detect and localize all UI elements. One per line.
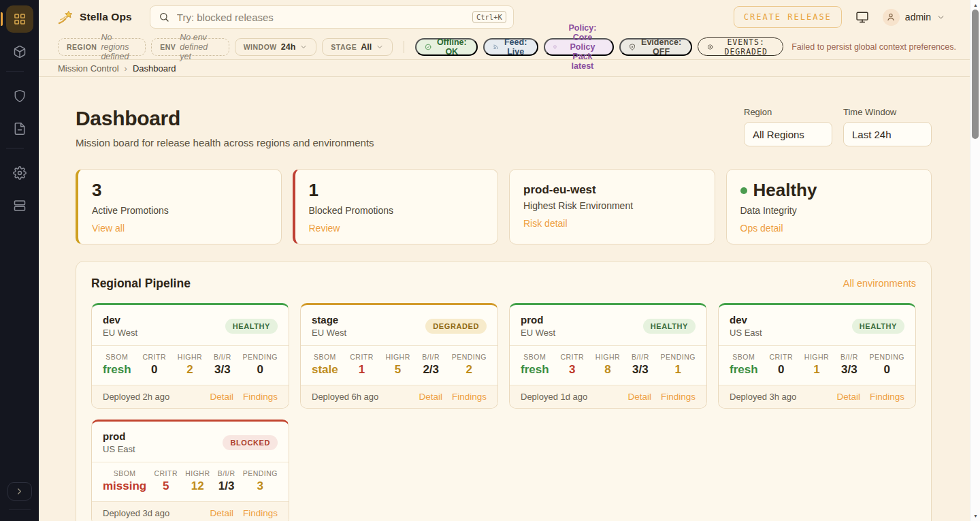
review-link[interactable]: Review	[309, 223, 340, 234]
stat-card-highest-risk: prod-eu-west Highest Risk Environment Ri…	[509, 169, 715, 244]
sidebar-item-releases[interactable]	[6, 38, 33, 65]
detail-link[interactable]: Detail	[419, 392, 442, 402]
pipeline-stats: SBOMstaleCRITR1HIGHR5B/I/R2/3PENDING2	[301, 345, 497, 385]
region-name: EU West	[521, 328, 555, 338]
card-links: DetailFindings	[210, 508, 278, 518]
detail-link[interactable]: Detail	[627, 392, 651, 402]
ops-detail-link[interactable]: Ops detail	[740, 223, 783, 234]
global-search[interactable]: Ctrl+K	[150, 5, 514, 29]
search-icon	[159, 12, 169, 22]
health-dot	[740, 187, 747, 194]
region-name: EU West	[103, 328, 137, 338]
sidebar-item-settings[interactable]	[6, 159, 33, 187]
region-name: US East	[730, 328, 762, 338]
pipeline-stat-pending: PENDING3	[243, 469, 278, 493]
window-context-chip[interactable]: WINDOW 24h	[235, 38, 317, 56]
deployed-text: Deployed 6h ago	[312, 392, 378, 402]
all-environments-link[interactable]: All environments	[843, 278, 916, 289]
pipeline-stat-critr: CRITR0	[769, 353, 793, 377]
pipeline-stat-highr: HIGHR12	[185, 469, 210, 493]
user-menu[interactable]: admin	[883, 9, 945, 26]
sidebar-item-security[interactable]	[6, 82, 33, 110]
display-toggle-button[interactable]	[855, 10, 869, 24]
deployed-text: Deployed 2h ago	[103, 392, 169, 402]
grid-icon	[13, 12, 27, 26]
stage-context-chip[interactable]: STAGE All	[322, 38, 393, 56]
sidebar	[0, 0, 39, 521]
status-chip-offline[interactable]: Offline: OK	[415, 38, 478, 56]
pipeline-card: dev EU West HEALTHY SBOMfreshCRITR0HIGHR…	[91, 303, 289, 409]
detail-link[interactable]: Detail	[836, 392, 860, 402]
stat-card-blocked-promotions: 1 Blocked Promotions Review	[293, 169, 499, 244]
breadcrumb-mission-control[interactable]: Mission Control	[58, 63, 119, 74]
create-release-button[interactable]: CREATE RELEASE	[734, 6, 842, 28]
stats-row: 3 Active Promotions View all 1 Blocked P…	[76, 169, 932, 244]
deployed-text: Deployed 1d ago	[521, 392, 587, 402]
time-window-select[interactable]: Last 24h	[843, 122, 932, 146]
status-chip-policy[interactable]: Policy: Core Policy Pack latest	[544, 38, 614, 56]
region-name: US East	[103, 444, 135, 454]
env-context-chip[interactable]: ENV No env defined yet	[151, 38, 229, 56]
pipeline-stats: SBOMfreshCRITR3HIGHR8B/I/R3/3PENDING1	[510, 345, 706, 385]
chevron-down-icon	[936, 13, 945, 22]
divider	[404, 41, 404, 53]
findings-link[interactable]: Findings	[870, 392, 904, 402]
pipeline-stat-highr: HIGHR2	[178, 353, 202, 377]
pipeline-stat-pending: PENDING1	[661, 353, 696, 377]
pipeline-stat-sbom: SBOMstale	[312, 353, 338, 377]
detail-link[interactable]: Detail	[210, 392, 233, 402]
chevron-right-icon	[14, 486, 24, 496]
sidebar-expand-button[interactable]	[7, 482, 32, 501]
shield-icon	[553, 42, 557, 52]
page-subtitle: Mission board for release health across …	[76, 137, 374, 148]
risk-detail-link[interactable]: Risk detail	[523, 218, 568, 229]
findings-link[interactable]: Findings	[243, 392, 278, 402]
region-name: EU West	[312, 328, 346, 338]
findings-link[interactable]: Findings	[452, 392, 487, 402]
environment-name: stage	[312, 314, 346, 326]
main-area: Stella Ops Ctrl+K CREATE RELEASE admin R…	[39, 0, 970, 521]
pipeline-stat-pending: PENDING0	[243, 353, 278, 377]
sidebar-item-infrastructure[interactable]	[6, 192, 33, 219]
detail-link[interactable]: Detail	[210, 508, 233, 518]
pipeline-stat-b-i-r: B/I/R1/3	[218, 469, 235, 493]
top-bar: Stella Ops Ctrl+K CREATE RELEASE admin	[39, 0, 970, 34]
page-title: Dashboard	[76, 107, 374, 130]
pipeline-stat-critr: CRITR5	[154, 469, 178, 493]
stat-label: Active Promotions	[92, 205, 267, 216]
stat-label: Blocked Promotions	[309, 205, 485, 216]
pipeline-stat-highr: HIGHR8	[595, 353, 620, 377]
sidebar-divider	[6, 148, 24, 148]
scroll-up-arrow[interactable]: ▲	[970, 3, 980, 7]
region-select[interactable]: All Regions	[744, 122, 832, 146]
view-all-link[interactable]: View all	[92, 223, 125, 234]
scroll-down-arrow[interactable]: ▼	[970, 514, 980, 518]
regional-pipeline-panel: Regional Pipeline All environments dev E…	[76, 261, 932, 521]
scrollbar-thumb[interactable]	[972, 10, 979, 139]
stat-value: 1	[309, 180, 485, 200]
search-input[interactable]	[177, 12, 470, 23]
shield-off-icon	[629, 42, 636, 52]
brand[interactable]: Stella Ops	[58, 10, 132, 25]
events-status-pill[interactable]: EVENTS: DEGRADED	[698, 37, 783, 56]
status-chip-feed[interactable]: Feed: Live	[483, 38, 538, 56]
pipeline-card: prod US East BLOCKED SBOMmissingCRITR5HI…	[91, 420, 289, 521]
stat-label: Data Integrity	[740, 205, 918, 216]
region-context-chip[interactable]: REGION No regions defined	[58, 38, 146, 56]
breadcrumb-separator: ›	[125, 63, 127, 74]
status-chip-evidence[interactable]: Evidence: OFF	[619, 38, 692, 56]
active-indicator	[1, 12, 3, 26]
page-content: Dashboard Mission board for release heal…	[39, 77, 970, 521]
findings-link[interactable]: Findings	[661, 392, 696, 402]
pipeline-stats: SBOMfreshCRITR0HIGHR2B/I/R3/3PENDING0	[92, 345, 289, 385]
breadcrumb: Mission Control › Dashboard	[39, 60, 970, 77]
sidebar-item-documents[interactable]	[6, 115, 33, 142]
stat-card-active-promotions: 3 Active Promotions View all	[76, 169, 282, 244]
findings-link[interactable]: Findings	[243, 508, 278, 518]
page-scrollbar[interactable]: ▲ ▼	[970, 0, 980, 521]
status-badge: HEALTHY	[225, 319, 278, 334]
environment-name: prod	[103, 430, 135, 442]
pipeline-stat-critr: CRITR1	[350, 353, 374, 377]
card-links: DetailFindings	[627, 392, 696, 402]
sidebar-item-dashboard[interactable]	[6, 5, 33, 33]
